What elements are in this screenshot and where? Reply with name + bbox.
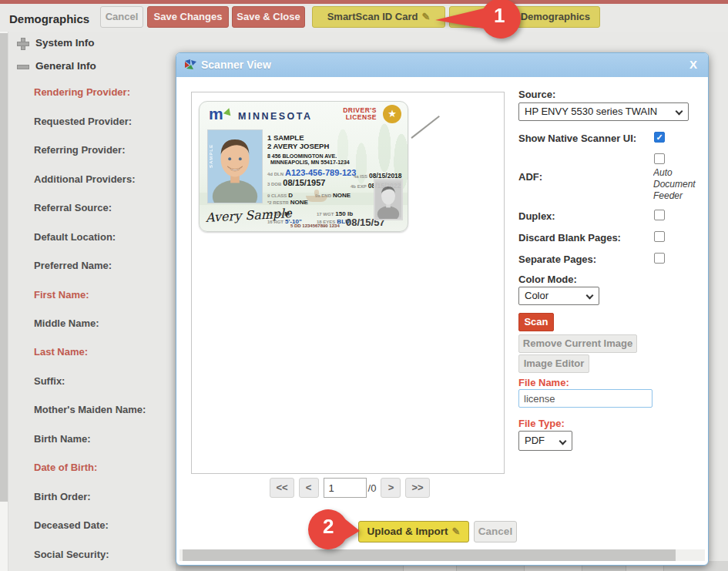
sidebar-field-referral-source: Referral Source: — [34, 202, 112, 213]
sidebar-field-middle-name: Middle Name: — [34, 317, 99, 329]
discard-blank-pages-label: Discard Blank Pages: — [518, 232, 621, 244]
file-name-input[interactable] — [518, 389, 653, 408]
sidebar-field-first-name: First Name: — [34, 289, 89, 301]
collapse-minus-icon[interactable] — [17, 61, 28, 72]
sidebar-item-general-info[interactable]: General Info — [17, 60, 96, 72]
callout-step-1: 1 — [434, 0, 522, 39]
mn-logo-leaf — [223, 107, 233, 116]
sidebar-field-mothers-maiden-name: Mother's Maiden Name: — [34, 404, 146, 415]
sidebar-section-label: System Info — [35, 37, 95, 49]
page-number-input[interactable] — [324, 478, 367, 498]
color-mode-value: Color — [525, 290, 549, 301]
save-changes-button[interactable]: Save Changes — [147, 6, 229, 28]
expand-plus-icon[interactable] — [17, 38, 28, 49]
chevron-down-icon — [559, 438, 567, 445]
discard-blank-pages-checkbox[interactable] — [654, 231, 665, 242]
toolbar: Demographics Cancel Save Changes Save & … — [0, 4, 728, 32]
sidebar-field-default-location: Default Location: — [34, 231, 116, 243]
callout-step-1-number: 1 — [494, 4, 505, 28]
file-type-label: File Type: — [518, 418, 565, 429]
photo-watermark: SAMPLE — [209, 144, 213, 168]
license-portrait-photo: SAMPLE — [207, 129, 263, 203]
duplex-checkbox[interactable] — [654, 210, 665, 220]
real-id-star-icon: ★ — [383, 105, 401, 123]
left-scrollbar-track[interactable] — [0, 32, 8, 571]
scan-button[interactable]: Scan — [518, 313, 554, 331]
scanner-view-modal: Scanner View X m MINNESOTA DRIVER'S LICE… — [176, 52, 709, 566]
modal-title: Scanner View — [201, 59, 271, 71]
prev-page-button[interactable]: < — [299, 478, 319, 498]
scanner-settings-panel: Source: HP ENVY 5530 series TWAIN Show N… — [518, 53, 703, 516]
sidebar-field-birth-order: Birth Order: — [34, 491, 91, 502]
sidebar-field-suffix: Suffix: — [34, 375, 65, 387]
file-type-select[interactable]: PDF — [518, 431, 572, 451]
modal-horizontal-scrollbar[interactable] — [179, 549, 705, 561]
sidebar-field-rendering-provider: Rendering Provider: — [34, 86, 130, 98]
smartscan-id-card-button[interactable]: SmartScan ID Card✎ — [312, 6, 445, 28]
adf-checkbox[interactable] — [654, 153, 665, 164]
file-name-label: File Name: — [518, 377, 569, 388]
source-select[interactable]: HP ENVY 5530 series TWAIN — [518, 102, 689, 121]
chevron-down-icon — [586, 292, 594, 300]
doc-type-line2: LICENSE — [346, 113, 377, 121]
adf-caption: Auto Document Feeder — [653, 167, 701, 202]
save-close-button[interactable]: Save & Close — [232, 6, 305, 28]
page-title: Demographics — [9, 12, 89, 25]
modal-cancel-button[interactable]: Cancel — [474, 521, 517, 542]
background-cell — [626, 565, 664, 571]
sidebar-field-birth-name: Birth Name: — [34, 433, 91, 445]
callout-step-2-number: 2 — [323, 515, 334, 539]
license-lanyard-line — [411, 116, 439, 139]
sidebar-field-preferred-name: Preferred Name: — [34, 260, 112, 271]
color-mode-select[interactable]: Color — [518, 287, 599, 305]
adf-caption-line1: Auto — [653, 167, 673, 178]
license-doc-type: DRIVER'S LICENSE — [343, 107, 377, 121]
scanner-app-icon — [184, 59, 197, 72]
background-cell — [403, 565, 457, 571]
left-scrollbar-thumb[interactable] — [0, 33, 8, 502]
last-page-button[interactable]: >> — [405, 478, 429, 498]
show-native-ui-checkbox[interactable]: ✓ — [654, 132, 665, 143]
page-navigator: << < /0 > >> — [242, 477, 458, 499]
sidebar-field-last-name: Last Name: — [34, 346, 88, 358]
remove-current-image-button[interactable]: Remove Current Image — [518, 334, 637, 353]
next-page-button[interactable]: > — [381, 478, 401, 498]
callout-step-2: 2 — [307, 507, 361, 552]
source-value: HP ENVY 5530 series TWAIN — [525, 106, 657, 117]
sidebar-section-label: General Info — [35, 60, 96, 72]
license-secondary-photo — [374, 179, 403, 220]
sidebar-field-date-of-birth: Date of Birth: — [34, 462, 97, 473]
image-editor-button[interactable]: Image Editor — [518, 354, 589, 373]
sidebar-field-additional-providers: Additional Providers: — [34, 173, 135, 185]
license-canoe-graphic — [306, 196, 327, 202]
license-dd-line: 5 DD 1234567890 1234 — [290, 223, 340, 228]
duplex-label: Duplex: — [518, 210, 555, 222]
license-state-name: MINNESOTA — [238, 111, 313, 122]
sidebar-field-requested-provider: Requested Provider: — [34, 116, 132, 127]
background-cell — [524, 565, 582, 571]
mn-logo: m — [209, 106, 223, 122]
sidebar-field-referring-provider: Referring Provider: — [34, 144, 125, 156]
separate-pages-checkbox[interactable] — [654, 253, 665, 264]
pencil-icon: ✎ — [421, 7, 430, 27]
adf-caption-line2: Document — [653, 179, 696, 190]
upload-import-button[interactable]: Upload & Import✎ — [358, 521, 469, 542]
adf-label: ADF: — [518, 171, 542, 183]
file-type-value: PDF — [525, 435, 545, 446]
cancel-button[interactable]: Cancel — [100, 6, 143, 28]
app-screen: Demographics Cancel Save Changes Save & … — [0, 0, 728, 571]
source-label: Source: — [518, 89, 555, 100]
scan-preview-box: m MINNESOTA DRIVER'S LICENSE ★ — [191, 92, 505, 474]
adf-caption-line3: Feeder — [653, 190, 683, 201]
show-native-ui-label: Show Native Scanner UI: — [518, 133, 636, 144]
page-count-label: /0 — [368, 482, 377, 494]
sidebar-field-social-security: Social Security: — [34, 549, 109, 560]
modal-horizontal-scrollbar-thumb[interactable] — [183, 549, 676, 561]
chevron-down-icon — [676, 108, 683, 116]
upload-import-label: Upload & Import — [367, 526, 448, 537]
pencil-icon: ✎ — [452, 522, 461, 542]
color-mode-label: Color Mode: — [518, 274, 577, 285]
sidebar-item-system-info[interactable]: System Info — [17, 37, 95, 49]
separate-pages-label: Separate Pages: — [518, 254, 596, 265]
first-page-button[interactable]: << — [270, 478, 294, 498]
